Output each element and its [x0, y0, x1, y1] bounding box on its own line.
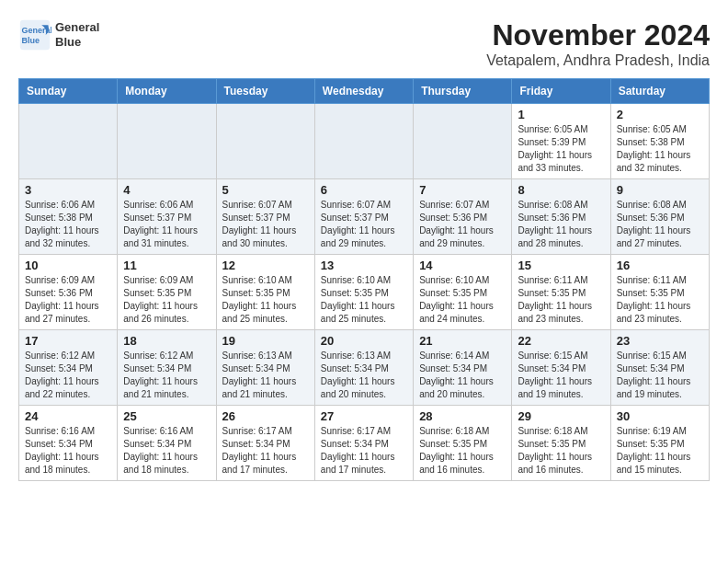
day-info: Sunrise: 6:11 AM Sunset: 5:35 PM Dayligh… — [518, 274, 604, 326]
logo-text-line1: General — [55, 20, 99, 35]
day-info: Sunrise: 6:11 AM Sunset: 5:35 PM Dayligh… — [617, 274, 703, 326]
day-number: 13 — [321, 259, 407, 272]
calendar-cell: 21Sunrise: 6:14 AM Sunset: 5:34 PM Dayli… — [414, 330, 512, 406]
day-info: Sunrise: 6:18 AM Sunset: 5:35 PM Dayligh… — [518, 425, 604, 477]
day-number: 4 — [123, 183, 210, 197]
day-number: 9 — [617, 183, 703, 197]
calendar-cell: 11Sunrise: 6:09 AM Sunset: 5:35 PM Dayli… — [118, 255, 216, 330]
day-number: 29 — [518, 409, 604, 423]
calendar-cell: 14Sunrise: 6:10 AM Sunset: 5:35 PM Dayli… — [414, 255, 512, 330]
calendar-cell: 2Sunrise: 6:05 AM Sunset: 5:38 PM Daylig… — [610, 104, 709, 179]
logo-text-line2: Blue — [55, 35, 99, 50]
day-number: 7 — [419, 183, 506, 197]
calendar-cell: 29Sunrise: 6:18 AM Sunset: 5:35 PM Dayli… — [512, 406, 610, 481]
day-number: 23 — [617, 334, 703, 348]
calendar-cell: 4Sunrise: 6:06 AM Sunset: 5:37 PM Daylig… — [118, 179, 216, 255]
calendar-cell: 9Sunrise: 6:08 AM Sunset: 5:36 PM Daylig… — [610, 179, 709, 255]
day-number: 25 — [123, 409, 210, 423]
calendar-cell — [414, 104, 512, 179]
week-row-4: 17Sunrise: 6:12 AM Sunset: 5:34 PM Dayli… — [19, 330, 710, 406]
logo-icon: General Blue — [18, 18, 51, 52]
main-title: November 2024 — [486, 18, 710, 52]
day-number: 27 — [321, 409, 407, 423]
day-number: 3 — [25, 183, 111, 197]
day-number: 21 — [419, 334, 506, 348]
day-info: Sunrise: 6:13 AM Sunset: 5:34 PM Dayligh… — [222, 350, 309, 401]
day-info: Sunrise: 6:07 AM Sunset: 5:37 PM Dayligh… — [222, 199, 309, 250]
day-info: Sunrise: 6:10 AM Sunset: 5:35 PM Dayligh… — [321, 274, 407, 326]
day-number: 26 — [222, 409, 309, 423]
calendar-cell: 16Sunrise: 6:11 AM Sunset: 5:35 PM Dayli… — [610, 255, 709, 330]
day-number: 24 — [25, 409, 111, 423]
day-number: 12 — [222, 259, 309, 272]
day-info: Sunrise: 6:09 AM Sunset: 5:35 PM Dayligh… — [123, 274, 210, 326]
day-number: 22 — [518, 334, 604, 348]
day-number: 6 — [321, 183, 407, 197]
day-number: 28 — [419, 409, 506, 423]
weekday-header-sunday: Sunday — [19, 79, 118, 104]
week-row-3: 10Sunrise: 6:09 AM Sunset: 5:36 PM Dayli… — [19, 255, 710, 330]
calendar-cell — [118, 104, 216, 179]
calendar-cell: 22Sunrise: 6:15 AM Sunset: 5:34 PM Dayli… — [512, 330, 610, 406]
calendar-cell: 19Sunrise: 6:13 AM Sunset: 5:34 PM Dayli… — [216, 330, 314, 406]
day-info: Sunrise: 6:17 AM Sunset: 5:34 PM Dayligh… — [321, 425, 407, 477]
day-number: 30 — [617, 409, 703, 423]
calendar-cell: 8Sunrise: 6:08 AM Sunset: 5:36 PM Daylig… — [512, 179, 610, 255]
day-info: Sunrise: 6:13 AM Sunset: 5:34 PM Dayligh… — [321, 350, 407, 401]
day-info: Sunrise: 6:15 AM Sunset: 5:34 PM Dayligh… — [617, 350, 703, 401]
day-info: Sunrise: 6:10 AM Sunset: 5:35 PM Dayligh… — [419, 274, 506, 326]
day-info: Sunrise: 6:12 AM Sunset: 5:34 PM Dayligh… — [25, 350, 111, 401]
day-info: Sunrise: 6:15 AM Sunset: 5:34 PM Dayligh… — [518, 350, 604, 401]
week-row-5: 24Sunrise: 6:16 AM Sunset: 5:34 PM Dayli… — [19, 406, 710, 481]
day-number: 10 — [25, 259, 111, 272]
calendar-table: SundayMondayTuesdayWednesdayThursdayFrid… — [18, 78, 710, 481]
weekday-header-friday: Friday — [512, 79, 610, 104]
day-number: 5 — [222, 183, 309, 197]
weekday-header-monday: Monday — [118, 79, 216, 104]
calendar-cell: 18Sunrise: 6:12 AM Sunset: 5:34 PM Dayli… — [118, 330, 216, 406]
week-row-1: 1Sunrise: 6:05 AM Sunset: 5:39 PM Daylig… — [19, 104, 710, 179]
day-info: Sunrise: 6:17 AM Sunset: 5:34 PM Dayligh… — [222, 425, 309, 477]
day-info: Sunrise: 6:08 AM Sunset: 5:36 PM Dayligh… — [518, 199, 604, 250]
calendar-cell: 24Sunrise: 6:16 AM Sunset: 5:34 PM Dayli… — [19, 406, 118, 481]
calendar-cell — [19, 104, 118, 179]
calendar-cell: 13Sunrise: 6:10 AM Sunset: 5:35 PM Dayli… — [314, 255, 413, 330]
day-info: Sunrise: 6:05 AM Sunset: 5:39 PM Dayligh… — [518, 123, 604, 175]
calendar-cell — [314, 104, 413, 179]
title-section: November 2024 Vetapalem, Andhra Pradesh,… — [486, 18, 710, 69]
svg-text:Blue: Blue — [22, 36, 40, 45]
day-info: Sunrise: 6:07 AM Sunset: 5:36 PM Dayligh… — [419, 199, 506, 250]
weekday-header-saturday: Saturday — [610, 79, 709, 104]
calendar-cell: 5Sunrise: 6:07 AM Sunset: 5:37 PM Daylig… — [216, 179, 314, 255]
weekday-header-row: SundayMondayTuesdayWednesdayThursdayFrid… — [19, 79, 710, 104]
day-number: 16 — [617, 259, 703, 272]
header: General Blue General Blue November 2024 … — [18, 18, 710, 69]
weekday-header-tuesday: Tuesday — [216, 79, 314, 104]
day-info: Sunrise: 6:07 AM Sunset: 5:37 PM Dayligh… — [321, 199, 407, 250]
day-info: Sunrise: 6:10 AM Sunset: 5:35 PM Dayligh… — [222, 274, 309, 326]
day-info: Sunrise: 6:09 AM Sunset: 5:36 PM Dayligh… — [25, 274, 111, 326]
calendar-cell: 10Sunrise: 6:09 AM Sunset: 5:36 PM Dayli… — [19, 255, 118, 330]
weekday-header-wednesday: Wednesday — [314, 79, 413, 104]
day-info: Sunrise: 6:05 AM Sunset: 5:38 PM Dayligh… — [617, 123, 703, 175]
calendar-cell: 7Sunrise: 6:07 AM Sunset: 5:36 PM Daylig… — [414, 179, 512, 255]
day-info: Sunrise: 6:18 AM Sunset: 5:35 PM Dayligh… — [419, 425, 506, 477]
calendar-cell: 6Sunrise: 6:07 AM Sunset: 5:37 PM Daylig… — [314, 179, 413, 255]
day-number: 15 — [518, 259, 604, 272]
calendar-cell: 30Sunrise: 6:19 AM Sunset: 5:35 PM Dayli… — [610, 406, 709, 481]
calendar-cell: 25Sunrise: 6:16 AM Sunset: 5:34 PM Dayli… — [118, 406, 216, 481]
calendar-cell: 27Sunrise: 6:17 AM Sunset: 5:34 PM Dayli… — [314, 406, 413, 481]
day-number: 2 — [617, 108, 703, 121]
day-info: Sunrise: 6:16 AM Sunset: 5:34 PM Dayligh… — [25, 425, 111, 477]
calendar-cell: 20Sunrise: 6:13 AM Sunset: 5:34 PM Dayli… — [314, 330, 413, 406]
logo: General Blue General Blue — [18, 18, 99, 52]
calendar-cell: 3Sunrise: 6:06 AM Sunset: 5:38 PM Daylig… — [19, 179, 118, 255]
day-number: 17 — [25, 334, 111, 348]
day-info: Sunrise: 6:12 AM Sunset: 5:34 PM Dayligh… — [123, 350, 210, 401]
day-info: Sunrise: 6:06 AM Sunset: 5:38 PM Dayligh… — [25, 199, 111, 250]
day-number: 19 — [222, 334, 309, 348]
calendar-cell: 1Sunrise: 6:05 AM Sunset: 5:39 PM Daylig… — [512, 104, 610, 179]
day-info: Sunrise: 6:19 AM Sunset: 5:35 PM Dayligh… — [617, 425, 703, 477]
week-row-2: 3Sunrise: 6:06 AM Sunset: 5:38 PM Daylig… — [19, 179, 710, 255]
day-info: Sunrise: 6:06 AM Sunset: 5:37 PM Dayligh… — [123, 199, 210, 250]
